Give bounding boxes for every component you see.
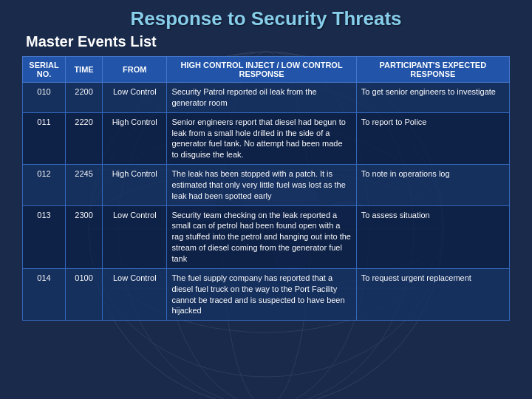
cell-response: To assess situation bbox=[356, 205, 509, 268]
cell-time: 2200 bbox=[65, 83, 102, 113]
cell-time: 2300 bbox=[65, 205, 102, 268]
cell-time: 2245 bbox=[65, 165, 102, 206]
cell-response: To request urgent replacement bbox=[356, 268, 509, 320]
cell-high-control: Security Patrol reported oil leak from t… bbox=[167, 83, 356, 113]
main-title: Response to Security Threats bbox=[22, 7, 510, 30]
cell-serial: 011 bbox=[23, 112, 66, 164]
cell-serial: 014 bbox=[23, 268, 66, 320]
cell-from: Low Control bbox=[103, 205, 167, 268]
cell-from: High Control bbox=[103, 165, 167, 206]
table-row: 010 2200 Low Control Security Patrol rep… bbox=[23, 83, 510, 113]
header-high: HIGH CONTROL INJECT / LOW CONTROL RESPON… bbox=[167, 57, 356, 83]
header-serial: SERIAL NO. bbox=[23, 57, 66, 83]
table-row: 014 0100 Low Control The fuel supply com… bbox=[23, 268, 510, 320]
table-row: 011 2220 High Control Senior engineers r… bbox=[23, 112, 510, 164]
cell-high-control: The fuel supply company has reported tha… bbox=[167, 268, 356, 320]
cell-from: High Control bbox=[103, 112, 167, 164]
header-from: FROM bbox=[103, 57, 167, 83]
table-row: 012 2245 High Control The leak has been … bbox=[23, 165, 510, 206]
cell-time: 0100 bbox=[65, 268, 102, 320]
header-response: PARTICIPANT'S EXPECTED RESPONSE bbox=[356, 57, 509, 83]
sub-title: Master Events List bbox=[22, 33, 510, 50]
cell-from: Low Control bbox=[103, 268, 167, 320]
cell-high-control: Security team checking on the leak repor… bbox=[167, 205, 356, 268]
cell-response: To note in operations log bbox=[356, 165, 509, 206]
cell-from: Low Control bbox=[103, 83, 167, 113]
cell-response: To report to Police bbox=[356, 112, 509, 164]
cell-serial: 013 bbox=[23, 205, 66, 268]
cell-high-control: Senior engineers report that diesel had … bbox=[167, 112, 356, 164]
cell-serial: 012 bbox=[23, 165, 66, 206]
table-row: 013 2300 Low Control Security team check… bbox=[23, 205, 510, 268]
cell-serial: 010 bbox=[23, 83, 66, 113]
page-content: Response to Security Threats Master Even… bbox=[0, 0, 532, 328]
events-table: SERIAL NO. TIME FROM HIGH CONTROL INJECT… bbox=[22, 56, 510, 321]
cell-response: To get senior engineers to investigate bbox=[356, 83, 509, 113]
cell-time: 2220 bbox=[65, 112, 102, 164]
header-time: TIME bbox=[65, 57, 102, 83]
cell-high-control: The leak has been stopped with a patch. … bbox=[167, 165, 356, 206]
